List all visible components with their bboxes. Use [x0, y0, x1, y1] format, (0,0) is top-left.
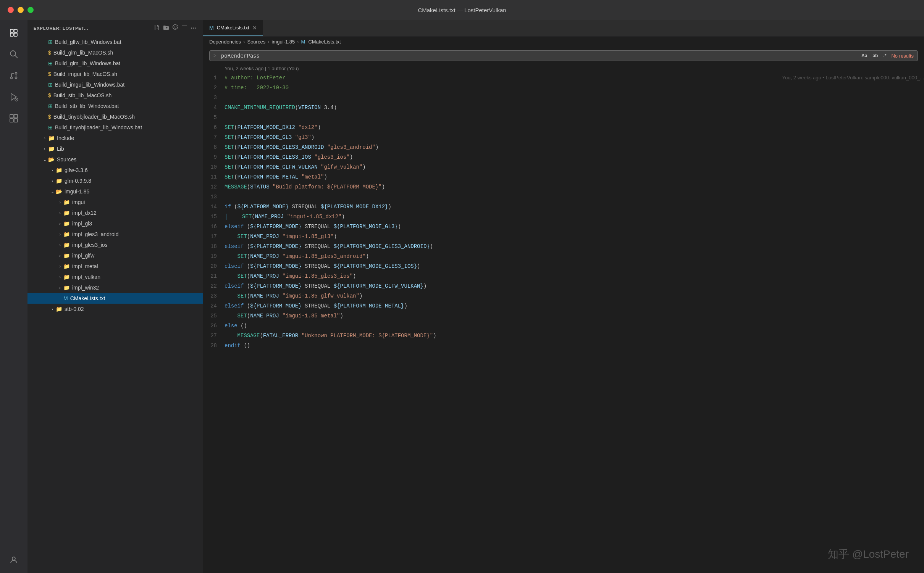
- item-label: impl_glfw: [72, 253, 203, 259]
- tree-item-cmakelists[interactable]: M CMakeLists.txt: [27, 293, 203, 304]
- folder-open-icon: 📂: [48, 156, 55, 163]
- activity-icon-source-control[interactable]: [5, 66, 23, 85]
- code-line-15: 15 │ SET(NAME_PROJ "imgui-1.85_dx12"): [203, 212, 924, 222]
- new-folder-icon[interactable]: [163, 24, 169, 32]
- cmake-icon: M: [63, 295, 68, 301]
- line-content: SET(NAME_PROJ "imgui-1.85_gl3"): [225, 232, 924, 241]
- case-sensitive-button[interactable]: Aa: [859, 52, 869, 59]
- line-number: 13: [203, 192, 225, 202]
- tab-close-button[interactable]: ✕: [252, 25, 257, 31]
- line-content: SET(PLATFORM_MODE_GLES3_ANDROID "gles3_a…: [225, 142, 924, 152]
- tree-item-build-stb-macos[interactable]: $ Build_stb_lib_MacOS.sh: [27, 90, 203, 101]
- maximize-button[interactable]: [27, 7, 34, 13]
- line-content: SET(NAME_PROJ "imgui-1.85_metal"): [225, 311, 924, 321]
- line-content: # author: LostPeter: [225, 73, 775, 83]
- svg-rect-3: [14, 33, 17, 36]
- whole-word-button[interactable]: ab: [871, 52, 880, 59]
- close-button[interactable]: [8, 7, 14, 13]
- breadcrumb-item-cmakelists[interactable]: CMakeLists.txt: [308, 39, 341, 45]
- regex-button[interactable]: .*: [881, 52, 888, 59]
- line-content: elseif (${PLATFORM_MODE} STREQUAL ${PLAT…: [225, 281, 924, 291]
- tree-item-build-imgui-windows[interactable]: ⊞ Build_imgui_lib_Windows.bat: [27, 79, 203, 90]
- tree-item-impl-vulkan[interactable]: › 📁 impl_vulkan: [27, 272, 203, 282]
- breadcrumb-item-sources[interactable]: Sources: [247, 39, 265, 45]
- activity-icon-search[interactable]: [5, 45, 23, 63]
- tree-item-lib[interactable]: › 📁 Lib: [27, 143, 203, 154]
- search-expand-icon[interactable]: >: [213, 53, 216, 59]
- line-number: 4: [203, 103, 225, 113]
- svg-point-6: [11, 77, 13, 79]
- item-label: stb-0.02: [65, 306, 203, 312]
- activity-icon-extensions[interactable]: [5, 109, 23, 127]
- tree-item-impl-glfw[interactable]: › 📁 impl_glfw: [27, 250, 203, 261]
- sh-icon: $: [48, 114, 51, 120]
- minimize-button[interactable]: [18, 7, 24, 13]
- line-content: if (${PLATFORM_MODE} STREQUAL ${PLATFORM…: [225, 202, 924, 212]
- code-line-3: 3: [203, 93, 924, 103]
- more-actions-icon[interactable]: ⋯: [191, 24, 197, 32]
- search-input[interactable]: [221, 53, 856, 59]
- tree-item-impl-win32[interactable]: › 📁 impl_win32: [27, 282, 203, 293]
- tree-item-impl-dx12[interactable]: › 📁 impl_dx12: [27, 208, 203, 218]
- tree-item-build-imgui-macos[interactable]: $ Build_imgui_lib_MacOS.sh: [27, 69, 203, 79]
- tree-item-glm[interactable]: › 📁 glm-0.9.9.8: [27, 175, 203, 186]
- tab-cmakelists[interactable]: M CMakeLists.txt ✕: [203, 20, 263, 36]
- activity-icon-explorer[interactable]: [5, 24, 23, 42]
- code-line-8: 8 SET(PLATFORM_MODE_GLES3_ANDROID "gles3…: [203, 142, 924, 152]
- line-number: 16: [203, 222, 225, 232]
- bat-icon: ⊞: [48, 124, 53, 130]
- traffic-lights: [8, 7, 34, 13]
- window-title: CMakeLists.txt — LostPeterVulkan: [418, 7, 506, 13]
- line-number: 10: [203, 162, 225, 172]
- tree-item-impl-metal[interactable]: › 📁 impl_metal: [27, 261, 203, 272]
- code-line-16: 16 elseif (${PLATFORM_MODE} STREQUAL ${P…: [203, 222, 924, 232]
- breadcrumb-item-dependencies[interactable]: Dependencies: [209, 39, 241, 45]
- line-number: 8: [203, 142, 225, 152]
- tree-item-imgui-core[interactable]: › 📁 imgui: [27, 197, 203, 208]
- item-label: Build_glm_lib_MacOS.sh: [53, 50, 203, 56]
- tree-item-build-tinyobj-macos[interactable]: $ Build_tinyobjloader_lib_MacOS.sh: [27, 111, 203, 122]
- sidebar-header: EXPLORER: LOSTPET... ⋯: [27, 20, 203, 37]
- tree-item-glfw[interactable]: › 📁 glfw-3.3.6: [27, 165, 203, 175]
- code-editor[interactable]: 1 # author: LostPeter You, 2 weeks ago •…: [203, 73, 924, 573]
- tab-label: CMakeLists.txt: [217, 25, 249, 31]
- tree-item-impl-gl3[interactable]: › 📁 impl_gl3: [27, 218, 203, 229]
- tree-item-build-glfw-windows[interactable]: ⊞ Build_glfw_lib_Windows.bat: [27, 37, 203, 47]
- folder-icon: 📁: [63, 199, 70, 205]
- breadcrumb-item-imgui[interactable]: imgui-1.85: [272, 39, 295, 45]
- tree-item-imgui[interactable]: ⌄ 📂 imgui-1.85: [27, 186, 203, 197]
- code-line-1: 1 # author: LostPeter You, 2 weeks ago •…: [203, 73, 924, 83]
- line-content: elseif (${PLATFORM_MODE} STREQUAL ${PLAT…: [225, 301, 924, 311]
- svg-point-4: [10, 51, 16, 56]
- search-options: Aa ab .*: [859, 52, 888, 59]
- line-number: 3: [203, 93, 225, 103]
- tree-item-build-tinyobj-windows[interactable]: ⊞ Build_tinyobjloader_lib_Windows.bat: [27, 122, 203, 133]
- line-number: 28: [203, 341, 225, 351]
- tree-item-impl-gles3-ios[interactable]: › 📁 impl_gles3_ios: [27, 240, 203, 250]
- search-bar: > Aa ab .* No results: [209, 50, 918, 61]
- activity-icon-account[interactable]: [5, 551, 23, 569]
- code-line-14: 14 if (${PLATFORM_MODE} STREQUAL ${PLATF…: [203, 202, 924, 212]
- breadcrumb: Dependencies › Sources › imgui-1.85 › M …: [203, 37, 924, 47]
- collapse-all-icon[interactable]: [181, 24, 187, 32]
- item-label: Sources: [57, 156, 203, 163]
- folder-icon: 📁: [63, 263, 70, 269]
- tree-item-build-stb-windows[interactable]: ⊞ Build_stb_lib_Windows.bat: [27, 101, 203, 111]
- folder-icon: 📁: [63, 231, 70, 237]
- tree-item-stb[interactable]: › 📁 stb-0.02: [27, 304, 203, 314]
- tree-item-impl-gles3-android[interactable]: › 📁 impl_gles3_android: [27, 229, 203, 240]
- chevron-right-icon: ›: [49, 167, 56, 174]
- refresh-icon[interactable]: [172, 24, 178, 32]
- tree-item-sources[interactable]: ⌄ 📂 Sources: [27, 154, 203, 165]
- tree-item-build-glm-windows[interactable]: ⊞ Build_glm_lib_Windows.bat: [27, 58, 203, 69]
- tree-item-include[interactable]: › 📁 Include: [27, 133, 203, 143]
- activity-icon-run[interactable]: [5, 88, 23, 106]
- tree-item-build-glm-macos[interactable]: $ Build_glm_lib_MacOS.sh: [27, 47, 203, 58]
- line-number: 6: [203, 122, 225, 132]
- folder-icon: 📁: [48, 135, 55, 141]
- new-file-icon[interactable]: [154, 24, 160, 32]
- chevron-right-icon: ›: [41, 135, 48, 142]
- folder-icon: 📁: [63, 242, 70, 248]
- folder-icon: 📁: [63, 253, 70, 259]
- item-label: Build_glfw_lib_Windows.bat: [55, 39, 203, 45]
